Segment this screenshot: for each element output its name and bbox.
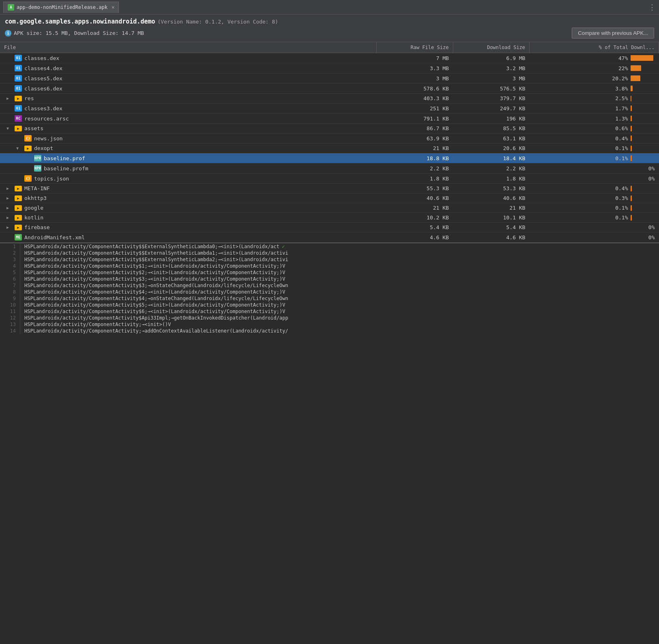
compare-apk-button[interactable]: Compare with previous APK... [572,28,654,39]
expand-chevron[interactable]: ▶ [6,215,12,220]
expand-chevron[interactable]: ▶ [6,206,12,210]
pct-value: 0.1% [609,215,628,221]
pct-cell: 1.3% [530,114,659,124]
download-size: 21 KB [453,203,529,213]
download-size: 249.7 KB [453,103,529,114]
file-name-label: assets [24,125,43,131]
table-row[interactable]: 01classes3.dex251 KB249.7 KB1.7% [0,103,659,114]
expand-chevron[interactable]: ▼ [16,146,22,150]
pct-value: 20.2% [609,75,628,82]
bar-container [631,186,655,191]
bar-container [631,205,655,211]
prof-icon: HPR [34,155,41,161]
code-line: 5HSPLandroidx/activity/ComponentActivity… [0,269,659,276]
table-row[interactable]: ▶▶okhttp340.6 KB40.6 KB0.3% [0,193,659,203]
raw-size: 40.6 KB [377,193,453,203]
raw-size: 7 MB [377,53,453,63]
code-text: HSPLandroidx/activity/ComponentActivity$… [20,243,659,250]
table-row[interactable]: ▶▶res403.3 KB379.7 KB2.5% [0,94,659,103]
file-name-label: topics.json [34,176,69,182]
expand-chevron[interactable]: ▼ [6,126,12,131]
expand-chevron[interactable]: ▶ [6,225,12,230]
download-size: 3.2 MB [453,63,529,73]
code-line: 12HSPLandroidx/activity/ComponentActivit… [0,315,659,321]
pct-cell: 1.7% [530,103,659,114]
line-number: 6 [0,276,20,282]
table-row[interactable]: {}news.json63.9 KB63.1 KB0.4% [0,133,659,144]
pct-cell: 0.4% [530,184,659,193]
table-row[interactable]: ▶▶META-INF55.3 KB53.3 KB0.4% [0,184,659,193]
arsc-icon: RC [15,115,22,122]
bar-container [631,195,655,201]
code-line: 9HSPLandroidx/activity/ComponentActivity… [0,295,659,302]
table-row[interactable]: ▶▶kotlin10.2 KB10.1 KB0.1% [0,213,659,223]
pct-value: 0.4% [609,135,628,142]
pct-value: 47% [609,55,628,61]
file-table-container: File Raw File Size Download Size % of To… [0,42,659,243]
line-number: 3 [0,256,20,263]
download-size: 53.3 KB [453,184,529,193]
raw-size: 21 KB [377,203,453,213]
table-row[interactable]: 01classes5.dex3 MB3 MB20.2% [0,73,659,84]
table-row[interactable]: HPRbaseline.profm2.2 KB2.2 KB0% [0,163,659,174]
table-header-row: File Raw File Size Download Size % of To… [0,42,659,53]
file-name-label: resources.arsc [24,116,69,122]
file-name-label: dexopt [34,145,53,151]
table-row[interactable]: {}topics.json1.8 KB1.8 KB0% [0,174,659,184]
table-row[interactable]: 01classes4.dex3.3 MB3.2 MB22% [0,63,659,73]
pct-cell: 0.6% [530,124,659,133]
file-name-label: classes3.dex [24,105,62,112]
apk-info: i APK size: 15.5 MB, Download Size: 14.7… [5,28,654,39]
folder-icon: ▶ [15,186,22,191]
raw-size: 3 MB [377,73,453,84]
file-name-cell: ▶▶google [0,203,377,213]
pct-cell: 22% [530,63,659,73]
table-row[interactable]: 01classes6.dex578.6 KB576.5 KB3.8% [0,84,659,94]
pct-cell: 0% [530,232,659,243]
file-name-cell: {}topics.json [0,174,377,184]
table-row[interactable]: ▼▶dexopt21 KB20.6 KB0.1% [0,144,659,153]
raw-size: 86.7 KB [377,124,453,133]
pct-value: 1.3% [609,116,628,122]
title-bar-menu[interactable]: ⋮ [648,3,656,11]
pct-value: 2.5% [609,95,628,101]
pct-cell: 0% [530,163,659,174]
pct-value: 0.3% [609,195,628,201]
file-name-label: baseline.prof [44,155,85,161]
bar-container [631,105,655,111]
tab-close-button[interactable]: × [112,4,114,10]
pct-cell: 0.1% [530,153,659,163]
bar-container [631,65,655,71]
raw-size: 4.6 KB [377,232,453,243]
bar-container [631,86,655,91]
tab-item[interactable]: A app-demo-nonMinifiedRelease.apk × [3,2,119,13]
table-row[interactable]: ▼▶assets86.7 KB85.5 KB0.6% [0,124,659,133]
table-row[interactable]: ▶▶google21 KB21 KB0.1% [0,203,659,213]
code-text: HSPLandroidx/activity/ComponentActivity;… [20,321,659,328]
expand-chevron[interactable]: ▶ [6,186,12,191]
expand-chevron[interactable]: ▶ [6,96,12,101]
bar-fill [631,215,632,221]
file-name-cell: ▼▶dexopt [0,144,377,153]
table-row[interactable]: ▶▶firebase5.4 KB5.4 KB0% [0,223,659,232]
bar-fill [631,205,632,211]
dex-icon: 01 [15,85,22,92]
expand-chevron[interactable]: ▶ [6,196,12,200]
pct-value: 0% [635,224,655,230]
pct-cell: 0% [530,174,659,184]
pct-cell: 2.5% [530,94,659,103]
dex-icon: 01 [15,75,22,82]
download-size: 576.5 KB [453,84,529,94]
table-row[interactable]: 01classes.dex7 MB6.9 MB47% [0,53,659,63]
table-row[interactable]: HPRbaseline.prof18.8 KB18.4 KB0.1% [0,153,659,163]
pct-cell: 0% [530,223,659,232]
download-size: 40.6 KB [453,193,529,203]
table-row[interactable]: MEAndroidManifest.xml4.6 KB4.6 KB0% [0,232,659,243]
table-row[interactable]: RCresources.arsc791.1 KB196 KB1.3% [0,114,659,124]
bar-container [631,55,655,61]
bar-container [631,96,655,101]
line-number: 11 [0,308,20,315]
file-name-label: news.json [34,135,62,142]
file-name-cell: HPRbaseline.profm [0,163,377,174]
title-bar: A app-demo-nonMinifiedRelease.apk × ⋮ [0,0,659,15]
